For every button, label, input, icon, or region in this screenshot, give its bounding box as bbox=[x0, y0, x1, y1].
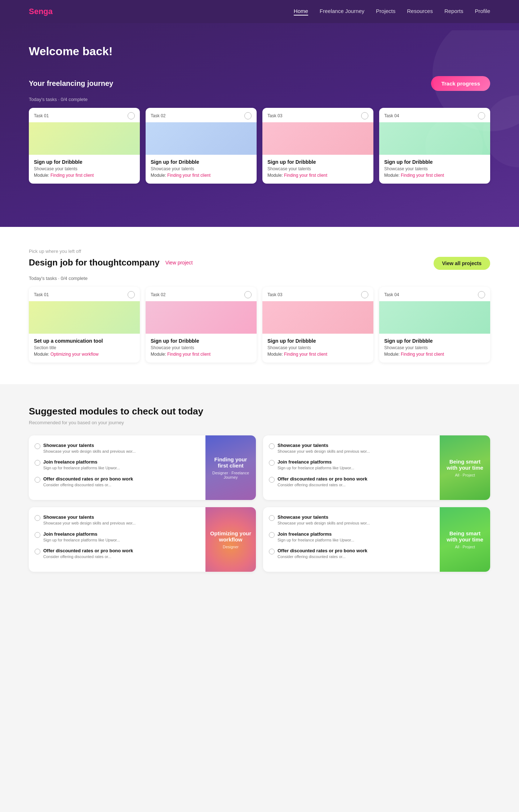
card-module-1: Module: Finding your first client bbox=[34, 173, 135, 178]
module-radio-1-3[interactable] bbox=[35, 477, 40, 483]
module-item-desc-1-1: Showcase your web design skills and prev… bbox=[43, 449, 136, 454]
track-progress-button[interactable]: Track progress bbox=[431, 76, 490, 91]
module-link-4[interactable]: Finding your first client bbox=[401, 173, 444, 178]
nav-projects[interactable]: Projects bbox=[376, 8, 395, 16]
nav-reports[interactable]: Reports bbox=[444, 8, 463, 16]
view-project-link[interactable]: View project bbox=[165, 260, 193, 265]
project-task-id-3: Task 03 bbox=[267, 292, 282, 297]
module-item-4-3: Offer discounted rates or pro bono work … bbox=[269, 548, 434, 559]
project-card-title-2: Sign up for Dribbble bbox=[151, 338, 252, 344]
module-card-3: Showcase your talents Showcase your web … bbox=[29, 507, 256, 572]
module-radio-3-2[interactable] bbox=[35, 532, 40, 538]
module-item-title-1-2: Join freelance platforms bbox=[43, 459, 120, 465]
module-radio-3-1[interactable] bbox=[35, 515, 40, 521]
module-link-2[interactable]: Finding your first client bbox=[167, 173, 210, 178]
module-link-1[interactable]: Finding your first client bbox=[50, 173, 94, 178]
module-item-desc-1-3: Consider offering discounted rates or... bbox=[43, 482, 133, 488]
card-header-2: Task 02 bbox=[146, 108, 257, 122]
project-module-link-4[interactable]: Finding your first client bbox=[401, 352, 444, 357]
card-header-1: Task 01 bbox=[29, 108, 140, 122]
view-all-button[interactable]: View all projects bbox=[434, 257, 490, 270]
project-task-id-1: Task 01 bbox=[34, 292, 49, 297]
module-item-desc-3-3: Consider offering discounted rates or... bbox=[43, 554, 133, 559]
task-id-3: Task 03 bbox=[267, 113, 282, 118]
task-id-1: Task 01 bbox=[34, 113, 49, 118]
module-visual-title-3: Optimizing your workflow bbox=[210, 530, 252, 543]
module-radio-4-3[interactable] bbox=[269, 549, 275, 554]
project-module-link-2[interactable]: Finding your first client bbox=[167, 352, 210, 357]
modules-grid: Showcase your talents Showcase your web … bbox=[29, 435, 490, 572]
hero-tasks-row: Task 01 Sign up for Dribbble Showcase yo… bbox=[29, 108, 490, 184]
modules-sub: Recommended for you based on your journe… bbox=[29, 420, 490, 425]
module-visual-2[interactable]: Being smart with your time All · Project bbox=[440, 435, 490, 500]
module-link-3[interactable]: Finding your first client bbox=[284, 173, 327, 178]
nav-home[interactable]: Home bbox=[294, 8, 308, 16]
project-tasks-label: Today's tasks · 0/4 complete bbox=[29, 276, 490, 281]
module-radio-2-2[interactable] bbox=[269, 460, 275, 466]
project-card-gradient-4 bbox=[379, 301, 490, 334]
module-item-3-1: Showcase your talents Showcase your web … bbox=[35, 514, 200, 526]
task-checkbox-3[interactable] bbox=[361, 112, 368, 119]
project-task-checkbox-2[interactable] bbox=[244, 291, 252, 298]
module-radio-4-2[interactable] bbox=[269, 532, 275, 538]
project-card-header-2: Task 02 bbox=[146, 287, 257, 301]
modules-title: Suggested modules to check out today bbox=[29, 406, 490, 417]
module-visual-sub-1: Designer · Freelance Journey bbox=[210, 471, 252, 479]
project-task-card-4: Task 04 Sign up for Dribbble Showcase yo… bbox=[379, 287, 490, 363]
task-checkbox-4[interactable] bbox=[478, 112, 485, 119]
module-radio-2-3[interactable] bbox=[269, 477, 275, 483]
module-radio-2-1[interactable] bbox=[269, 443, 275, 449]
project-title-row: Design job for thoughtcompany View proje… bbox=[29, 258, 193, 268]
card-title-1: Sign up for Dribbble bbox=[34, 159, 135, 165]
module-card-4: Showcase your talents Showcase your web … bbox=[263, 507, 490, 572]
module-item-title-4-3: Offer discounted rates or pro bono work bbox=[278, 548, 367, 553]
module-item-title-4-1: Showcase your talents bbox=[278, 514, 370, 520]
project-task-card-3: Task 03 Sign up for Dribbble Showcase yo… bbox=[262, 287, 373, 363]
card-gradient-2 bbox=[146, 122, 257, 155]
project-task-checkbox-1[interactable] bbox=[128, 291, 135, 298]
task-checkbox-1[interactable] bbox=[128, 112, 135, 119]
task-id-4: Task 04 bbox=[384, 113, 399, 118]
module-item-title-2-1: Showcase your talents bbox=[278, 443, 370, 448]
module-info-1: Showcase your talents Showcase your web … bbox=[29, 435, 205, 500]
task-card-4: Task 04 Sign up for Dribbble Showcase yo… bbox=[379, 108, 490, 184]
module-radio-4-1[interactable] bbox=[269, 515, 275, 521]
module-radio-3-3[interactable] bbox=[35, 549, 40, 554]
modules-section: Suggested modules to check out today Rec… bbox=[0, 384, 519, 593]
module-item-desc-3-2: Sign up for freelance platforms like Upw… bbox=[43, 537, 120, 543]
task-checkbox-2[interactable] bbox=[244, 112, 252, 119]
module-item-title-3-2: Join freelance platforms bbox=[43, 531, 120, 537]
module-visual-3[interactable]: Optimizing your workflow Designer bbox=[205, 507, 256, 572]
project-card-gradient-3 bbox=[262, 301, 373, 334]
journey-header: Your freelancing journey Track progress bbox=[29, 76, 490, 91]
card-gradient-4 bbox=[379, 122, 490, 155]
project-card-module-2: Module: Finding your first client bbox=[151, 352, 252, 357]
module-item-text-2-3: Offer discounted rates or pro bono work … bbox=[278, 476, 367, 488]
module-radio-1-2[interactable] bbox=[35, 460, 40, 466]
project-card-sub-3: Showcase your talents bbox=[267, 345, 368, 350]
card-title-3: Sign up for Dribbble bbox=[267, 159, 368, 165]
project-card-header-4: Task 04 bbox=[379, 287, 490, 301]
project-module-link-1[interactable]: Optimizing your workflow bbox=[50, 352, 98, 357]
project-task-checkbox-3[interactable] bbox=[361, 291, 368, 298]
module-item-desc-3-1: Showcase your web design skills and prev… bbox=[43, 521, 136, 526]
module-item-title-3-3: Offer discounted rates or pro bono work bbox=[43, 548, 133, 553]
module-item-4-1: Showcase your talents Showcase your web … bbox=[269, 514, 434, 526]
module-info-3: Showcase your talents Showcase your web … bbox=[29, 507, 205, 572]
module-item-title-3-1: Showcase your talents bbox=[43, 514, 136, 520]
module-visual-1[interactable]: Finding your first client Designer · Fre… bbox=[205, 435, 256, 500]
nav-profile[interactable]: Profile bbox=[475, 8, 490, 16]
nav-freelance-journey[interactable]: Freelance Journey bbox=[320, 8, 364, 16]
project-tasks-row: Task 01 Set up a communication tool Sect… bbox=[29, 287, 490, 363]
nav-resources[interactable]: Resources bbox=[407, 8, 433, 16]
module-item-text-3-1: Showcase your talents Showcase your web … bbox=[43, 514, 136, 526]
project-task-checkbox-4[interactable] bbox=[478, 291, 485, 298]
module-item-4-2: Join freelance platforms Sign up for fre… bbox=[269, 531, 434, 543]
project-module-link-3[interactable]: Finding your first client bbox=[284, 352, 327, 357]
card-module-2: Module: Finding your first client bbox=[151, 173, 252, 178]
module-radio-1-1[interactable] bbox=[35, 443, 40, 449]
module-visual-4[interactable]: Being smart with your time All · Project bbox=[440, 507, 490, 572]
project-card-body-4: Sign up for Dribbble Showcase your talen… bbox=[379, 338, 490, 357]
project-card-module-1: Module: Optimizing your workflow bbox=[34, 352, 135, 357]
module-item-text-2-1: Showcase your talents Showcase your web … bbox=[278, 443, 370, 454]
